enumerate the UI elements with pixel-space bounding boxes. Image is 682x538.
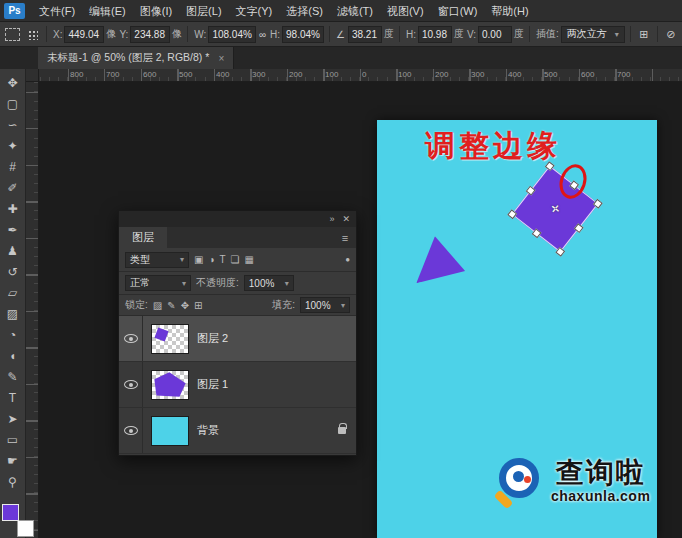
transform-handle[interactable] <box>593 199 603 209</box>
menu-window[interactable]: 窗口(W) <box>431 0 485 22</box>
blend-mode-select[interactable]: 正常 ▾ <box>125 275 191 291</box>
y-position-input[interactable]: 234.88 <box>130 26 170 43</box>
move-tool[interactable]: ✥ <box>1 72 25 93</box>
vertical-ruler[interactable] <box>26 82 39 538</box>
document-title: 未标题-1 @ 50% (图层 2, RGB/8) * <box>47 51 209 65</box>
dodge-tool[interactable]: ◖ <box>1 345 25 366</box>
path-selection-tool[interactable]: ➤ <box>1 408 25 429</box>
layer-thumbnail[interactable] <box>151 370 189 400</box>
fill-select[interactable]: 100% ▾ <box>300 297 350 313</box>
warp-mode-icon[interactable]: ⊞ <box>636 28 652 41</box>
skew-v-input[interactable]: 0.00 <box>478 26 512 43</box>
spacer <box>167 227 334 248</box>
hand-tool[interactable]: ☛ <box>1 450 25 471</box>
zoom-tool[interactable]: ⚲ <box>1 471 25 492</box>
foreground-color-swatch[interactable] <box>2 504 19 521</box>
lock-position-icon[interactable]: ✥ <box>181 300 189 311</box>
lock-artboard-icon[interactable]: ⊞ <box>194 300 202 311</box>
layer-row-background[interactable]: 背景 <box>119 408 356 454</box>
layer-thumbnail[interactable] <box>151 324 189 354</box>
visibility-toggle[interactable] <box>119 408 143 453</box>
transform-handle[interactable] <box>555 247 565 257</box>
panel-tab-strip: 图层 ≡ <box>119 227 356 248</box>
shape-tool[interactable]: ▭ <box>1 429 25 450</box>
marquee-tool[interactable]: ▢ <box>1 93 25 114</box>
layer-row-layer2[interactable]: 图层 2 <box>119 316 356 362</box>
canvas-document[interactable]: 调整边缘 ✛ 查询啦 chaxunla.com <box>377 120 657 538</box>
gradient-tool[interactable]: ▨ <box>1 303 25 324</box>
reference-point-locator-icon[interactable] <box>27 29 38 40</box>
visibility-toggle[interactable] <box>119 316 143 361</box>
menu-image[interactable]: 图像(I) <box>133 0 179 22</box>
visibility-toggle[interactable] <box>119 362 143 407</box>
horizontal-ruler[interactable]: 800 700 600 500 400 300 200 100 0 100 20… <box>26 69 682 82</box>
close-icon[interactable]: × <box>218 53 224 64</box>
healing-brush-tool[interactable]: ✚ <box>1 198 25 219</box>
lasso-tool[interactable]: ∽ <box>1 114 25 135</box>
transform-handle[interactable] <box>507 209 517 219</box>
filter-type-select[interactable]: 类型 ▾ <box>125 252 189 268</box>
menu-filter[interactable]: 滤镜(T) <box>330 0 380 22</box>
blend-mode-value: 正常 <box>130 276 150 290</box>
skew-h-input[interactable]: 10.98 <box>418 26 452 43</box>
clone-stamp-tool[interactable]: ♟ <box>1 240 25 261</box>
lock-transparency-icon[interactable]: ▨ <box>153 300 162 311</box>
document-tab[interactable]: 未标题-1 @ 50% (图层 2, RGB/8) * × <box>38 47 234 69</box>
interpolation-select[interactable]: 两次立方 ▾ <box>561 26 625 43</box>
blur-tool[interactable]: ◔ <box>1 324 25 345</box>
filter-shape-icon[interactable]: ❏ <box>231 254 240 265</box>
crop-tool[interactable]: # <box>1 156 25 177</box>
transform-tool-icon[interactable] <box>5 28 20 41</box>
transform-handle[interactable] <box>574 223 584 233</box>
x-position-input[interactable]: 449.04 <box>64 26 104 43</box>
layer-row-layer1[interactable]: 图层 1 <box>119 362 356 408</box>
brush-tool[interactable]: ✒ <box>1 219 25 240</box>
menu-select[interactable]: 选择(S) <box>279 0 330 22</box>
transform-handle[interactable] <box>531 228 541 238</box>
ruler-label: 500 <box>179 70 192 79</box>
eraser-tool[interactable]: ▱ <box>1 282 25 303</box>
ruler-origin-box[interactable] <box>26 69 39 82</box>
layer-thumbnail[interactable] <box>151 416 189 446</box>
quick-selection-tool[interactable]: ✦ <box>1 135 25 156</box>
eyedropper-tool[interactable]: ✐ <box>1 177 25 198</box>
panel-menu-icon[interactable]: ≡ <box>334 227 356 248</box>
skew-h-label: H: <box>406 29 416 40</box>
rotation-input[interactable]: 38.21 <box>348 26 382 43</box>
layer-name[interactable]: 图层 2 <box>197 331 228 346</box>
layer-name[interactable]: 背景 <box>197 423 219 438</box>
collapse-panel-icon[interactable]: » <box>329 215 334 224</box>
close-panel-icon[interactable]: ✕ <box>342 215 350 224</box>
menu-edit[interactable]: 编辑(E) <box>82 0 133 22</box>
filter-toggle-icon[interactable]: ● <box>345 255 350 264</box>
menu-type[interactable]: 文字(Y) <box>229 0 280 22</box>
lock-paint-icon[interactable]: ✎ <box>167 300 175 311</box>
history-brush-tool[interactable]: ↺ <box>1 261 25 282</box>
filter-type-value: 类型 <box>130 253 150 267</box>
reference-point-icon[interactable]: ✛ <box>547 201 562 217</box>
skew-v-unit: 度 <box>514 27 524 41</box>
panel-header[interactable]: » ✕ <box>119 211 356 227</box>
background-color-swatch[interactable] <box>17 520 34 537</box>
transform-handle[interactable] <box>526 185 536 195</box>
height-scale-input[interactable]: 98.04% <box>282 26 324 43</box>
link-dimensions-icon[interactable]: ∞ <box>258 29 267 40</box>
width-scale-input[interactable]: 108.04% <box>208 26 255 43</box>
rotation-unit: 度 <box>384 27 394 41</box>
filter-adjustment-icon[interactable]: ◑ <box>208 254 214 265</box>
opacity-select[interactable]: 100% ▾ <box>244 275 294 291</box>
pen-tool[interactable]: ✎ <box>1 366 25 387</box>
tab-layers[interactable]: 图层 <box>119 227 167 248</box>
menu-help[interactable]: 帮助(H) <box>484 0 535 22</box>
menu-layer[interactable]: 图层(L) <box>179 0 228 22</box>
type-tool[interactable]: T <box>1 387 25 408</box>
ruler-label: 100 <box>325 70 338 79</box>
cancel-transform-icon[interactable]: ⊘ <box>663 28 679 41</box>
menu-view[interactable]: 视图(V) <box>380 0 431 22</box>
chevron-down-icon: ▾ <box>341 301 345 310</box>
layer-name[interactable]: 图层 1 <box>197 377 228 392</box>
filter-smart-object-icon[interactable]: ▦ <box>245 254 254 265</box>
filter-pixel-icon[interactable]: ▣ <box>194 254 203 265</box>
menu-file[interactable]: 文件(F) <box>32 0 82 22</box>
filter-type-icon[interactable]: T <box>220 254 226 265</box>
